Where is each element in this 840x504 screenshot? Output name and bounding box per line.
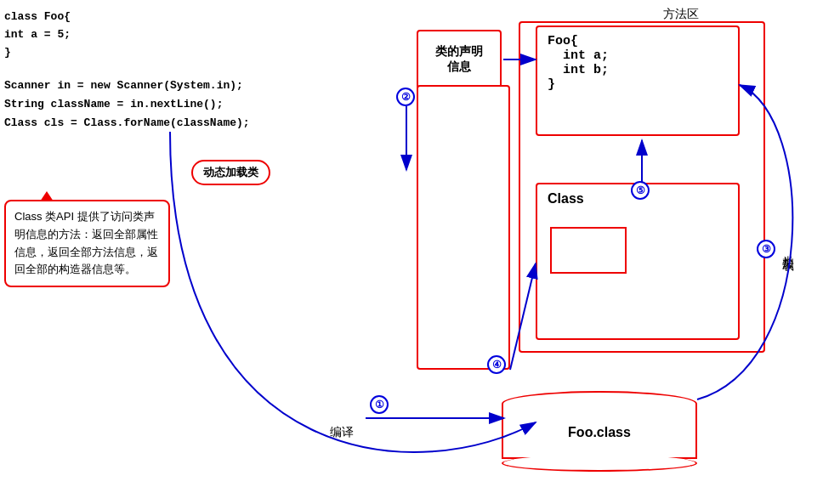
badge-3: ③	[757, 240, 775, 258]
zhan-box	[417, 85, 510, 370]
cylinder-bottom	[502, 455, 697, 472]
code-line-5: String className = in.nextLine();	[4, 95, 250, 114]
leishengming-text: 类的声明信息	[435, 44, 483, 75]
badge-5: ⑤	[631, 181, 650, 200]
fangfaqu-label: 方法区	[663, 7, 699, 22]
code-line-3: }	[4, 44, 71, 62]
badge-4: ④	[487, 355, 506, 374]
code-line-6: Class cls = Class.forName(className);	[4, 114, 250, 133]
callout-box: Class 类API 提供了访问类声明信息的方法：返回全部属性信息，返回全部方法…	[4, 200, 170, 287]
dongtai-label: 动态加载类	[191, 160, 270, 185]
code-line-2: int a = 5;	[4, 26, 71, 44]
jiazai-label: 类加载	[780, 246, 796, 252]
cylinder-label: Foo.class	[502, 425, 697, 440]
code-line-4: Scanner in = new Scanner(System.in);	[4, 76, 250, 95]
badge-1: ①	[370, 395, 389, 414]
class-rect	[550, 227, 627, 274]
leishengming-box: 类的声明信息	[417, 30, 502, 89]
class-inner-box: Class	[536, 183, 740, 340]
code-block-top: class Foo{ int a = 5; }	[4, 8, 71, 61]
foo-inner-box: Foo{ int a; int b;}	[536, 25, 740, 136]
cylinder-wrap: Foo.class	[502, 391, 697, 472]
badge-2: ②	[396, 88, 415, 106]
bianyi-label: 编译	[330, 425, 354, 440]
foo-content: Foo{ int a; int b;}	[548, 34, 728, 92]
code-line-1: class Foo{	[4, 8, 71, 26]
callout-text: Class 类API 提供了访问类声明信息的方法：返回全部属性信息，返回全部方法…	[14, 210, 158, 275]
code-block-bottom: Scanner in = new Scanner(System.in); Str…	[4, 76, 250, 133]
